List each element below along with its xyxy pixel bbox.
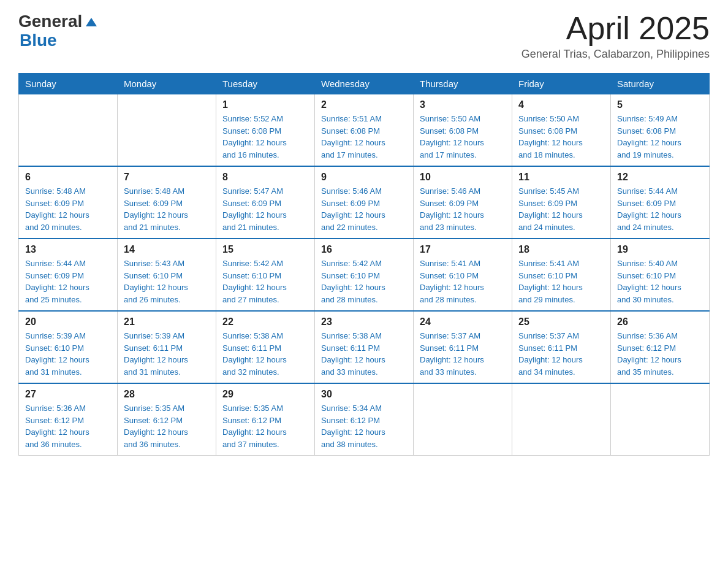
logo-blue-text: Blue bbox=[20, 31, 57, 50]
calendar-cell: 14Sunrise: 5:43 AM Sunset: 6:10 PM Dayli… bbox=[118, 239, 216, 311]
svg-marker-0 bbox=[86, 18, 97, 26]
day-number: 14 bbox=[124, 244, 210, 255]
day-number: 18 bbox=[518, 244, 604, 255]
month-title: April 2025 bbox=[521, 12, 710, 44]
day-number: 16 bbox=[321, 244, 407, 255]
calendar-cell bbox=[512, 383, 611, 456]
day-number: 21 bbox=[124, 316, 210, 327]
day-number: 29 bbox=[222, 389, 308, 400]
day-info: Sunrise: 5:35 AM Sunset: 6:12 PM Dayligh… bbox=[124, 402, 210, 450]
calendar-cell: 30Sunrise: 5:34 AM Sunset: 6:12 PM Dayli… bbox=[315, 383, 414, 456]
day-info: Sunrise: 5:39 AM Sunset: 6:11 PM Dayligh… bbox=[124, 330, 210, 378]
day-info: Sunrise: 5:49 AM Sunset: 6:08 PM Dayligh… bbox=[617, 113, 703, 161]
weekday-header-sunday: Sunday bbox=[19, 74, 118, 94]
weekday-header-wednesday: Wednesday bbox=[315, 74, 414, 94]
calendar-cell: 11Sunrise: 5:45 AM Sunset: 6:09 PM Dayli… bbox=[512, 166, 611, 239]
day-number: 11 bbox=[518, 172, 604, 183]
day-number: 6 bbox=[25, 172, 111, 183]
calendar-cell: 19Sunrise: 5:40 AM Sunset: 6:10 PM Dayli… bbox=[611, 239, 710, 311]
day-number: 28 bbox=[124, 389, 210, 400]
title-area: April 2025 General Trias, Calabarzon, Ph… bbox=[521, 12, 710, 61]
weekday-header-friday: Friday bbox=[512, 74, 611, 94]
day-number: 4 bbox=[518, 99, 604, 110]
calendar-week-row: 1Sunrise: 5:52 AM Sunset: 6:08 PM Daylig… bbox=[19, 94, 710, 167]
calendar-cell: 25Sunrise: 5:37 AM Sunset: 6:11 PM Dayli… bbox=[512, 311, 611, 383]
calendar-cell: 29Sunrise: 5:35 AM Sunset: 6:12 PM Dayli… bbox=[216, 383, 315, 456]
day-info: Sunrise: 5:37 AM Sunset: 6:11 PM Dayligh… bbox=[518, 330, 604, 378]
day-info: Sunrise: 5:50 AM Sunset: 6:08 PM Dayligh… bbox=[420, 113, 506, 161]
day-number: 17 bbox=[420, 244, 506, 255]
day-info: Sunrise: 5:42 AM Sunset: 6:10 PM Dayligh… bbox=[321, 258, 407, 305]
day-number: 13 bbox=[25, 244, 111, 255]
calendar-cell: 22Sunrise: 5:38 AM Sunset: 6:11 PM Dayli… bbox=[216, 311, 315, 383]
calendar-cell bbox=[118, 94, 216, 167]
weekday-header-row: SundayMondayTuesdayWednesdayThursdayFrid… bbox=[19, 74, 710, 94]
logo: General Blue bbox=[18, 12, 98, 50]
day-info: Sunrise: 5:44 AM Sunset: 6:09 PM Dayligh… bbox=[617, 185, 703, 233]
day-number: 1 bbox=[222, 99, 308, 110]
day-number: 23 bbox=[321, 316, 407, 327]
day-info: Sunrise: 5:35 AM Sunset: 6:12 PM Dayligh… bbox=[222, 402, 308, 450]
calendar-cell: 8Sunrise: 5:47 AM Sunset: 6:09 PM Daylig… bbox=[216, 166, 315, 239]
day-info: Sunrise: 5:46 AM Sunset: 6:09 PM Dayligh… bbox=[321, 185, 407, 233]
calendar-table: SundayMondayTuesdayWednesdayThursdayFrid… bbox=[18, 73, 710, 456]
day-number: 8 bbox=[222, 172, 308, 183]
calendar-cell: 15Sunrise: 5:42 AM Sunset: 6:10 PM Dayli… bbox=[216, 239, 315, 311]
day-info: Sunrise: 5:34 AM Sunset: 6:12 PM Dayligh… bbox=[321, 402, 407, 450]
calendar-cell: 23Sunrise: 5:38 AM Sunset: 6:11 PM Dayli… bbox=[315, 311, 414, 383]
calendar-cell: 16Sunrise: 5:42 AM Sunset: 6:10 PM Dayli… bbox=[315, 239, 414, 311]
day-info: Sunrise: 5:51 AM Sunset: 6:08 PM Dayligh… bbox=[321, 113, 407, 161]
weekday-header-thursday: Thursday bbox=[414, 74, 512, 94]
calendar-cell: 3Sunrise: 5:50 AM Sunset: 6:08 PM Daylig… bbox=[414, 94, 512, 167]
day-info: Sunrise: 5:41 AM Sunset: 6:10 PM Dayligh… bbox=[518, 258, 604, 305]
calendar-cell: 9Sunrise: 5:46 AM Sunset: 6:09 PM Daylig… bbox=[315, 166, 414, 239]
day-number: 9 bbox=[321, 172, 407, 183]
calendar-cell: 7Sunrise: 5:48 AM Sunset: 6:09 PM Daylig… bbox=[118, 166, 216, 239]
day-info: Sunrise: 5:48 AM Sunset: 6:09 PM Dayligh… bbox=[25, 185, 111, 233]
calendar-week-row: 13Sunrise: 5:44 AM Sunset: 6:09 PM Dayli… bbox=[19, 239, 710, 311]
day-info: Sunrise: 5:37 AM Sunset: 6:11 PM Dayligh… bbox=[420, 330, 506, 378]
day-number: 19 bbox=[617, 244, 703, 255]
day-number: 12 bbox=[617, 172, 703, 183]
day-number: 7 bbox=[124, 172, 210, 183]
day-info: Sunrise: 5:46 AM Sunset: 6:09 PM Dayligh… bbox=[420, 185, 506, 233]
day-info: Sunrise: 5:38 AM Sunset: 6:11 PM Dayligh… bbox=[321, 330, 407, 378]
day-number: 2 bbox=[321, 99, 407, 110]
day-number: 22 bbox=[222, 316, 308, 327]
calendar-cell: 20Sunrise: 5:39 AM Sunset: 6:10 PM Dayli… bbox=[19, 311, 118, 383]
calendar-cell: 18Sunrise: 5:41 AM Sunset: 6:10 PM Dayli… bbox=[512, 239, 611, 311]
day-number: 24 bbox=[420, 316, 506, 327]
logo-triangle-icon bbox=[85, 15, 98, 29]
weekday-header-monday: Monday bbox=[118, 74, 216, 94]
calendar-cell: 4Sunrise: 5:50 AM Sunset: 6:08 PM Daylig… bbox=[512, 94, 611, 167]
calendar-cell: 10Sunrise: 5:46 AM Sunset: 6:09 PM Dayli… bbox=[414, 166, 512, 239]
day-info: Sunrise: 5:43 AM Sunset: 6:10 PM Dayligh… bbox=[124, 258, 210, 305]
day-info: Sunrise: 5:38 AM Sunset: 6:11 PM Dayligh… bbox=[222, 330, 308, 378]
logo-general-text: General bbox=[18, 12, 82, 31]
calendar-cell: 21Sunrise: 5:39 AM Sunset: 6:11 PM Dayli… bbox=[118, 311, 216, 383]
day-info: Sunrise: 5:48 AM Sunset: 6:09 PM Dayligh… bbox=[124, 185, 210, 233]
day-number: 26 bbox=[617, 316, 703, 327]
weekday-header-saturday: Saturday bbox=[611, 74, 710, 94]
day-info: Sunrise: 5:45 AM Sunset: 6:09 PM Dayligh… bbox=[518, 185, 604, 233]
calendar-cell: 2Sunrise: 5:51 AM Sunset: 6:08 PM Daylig… bbox=[315, 94, 414, 167]
calendar-cell bbox=[19, 94, 118, 167]
calendar-week-row: 20Sunrise: 5:39 AM Sunset: 6:10 PM Dayli… bbox=[19, 311, 710, 383]
day-info: Sunrise: 5:42 AM Sunset: 6:10 PM Dayligh… bbox=[222, 258, 308, 305]
day-info: Sunrise: 5:41 AM Sunset: 6:10 PM Dayligh… bbox=[420, 258, 506, 305]
day-number: 3 bbox=[420, 99, 506, 110]
day-number: 10 bbox=[420, 172, 506, 183]
calendar-week-row: 6Sunrise: 5:48 AM Sunset: 6:09 PM Daylig… bbox=[19, 166, 710, 239]
day-info: Sunrise: 5:39 AM Sunset: 6:10 PM Dayligh… bbox=[25, 330, 111, 378]
calendar-cell: 26Sunrise: 5:36 AM Sunset: 6:12 PM Dayli… bbox=[611, 311, 710, 383]
day-info: Sunrise: 5:36 AM Sunset: 6:12 PM Dayligh… bbox=[25, 402, 111, 450]
calendar-cell: 1Sunrise: 5:52 AM Sunset: 6:08 PM Daylig… bbox=[216, 94, 315, 167]
calendar-cell: 24Sunrise: 5:37 AM Sunset: 6:11 PM Dayli… bbox=[414, 311, 512, 383]
day-info: Sunrise: 5:44 AM Sunset: 6:09 PM Dayligh… bbox=[25, 258, 111, 305]
calendar-cell: 13Sunrise: 5:44 AM Sunset: 6:09 PM Dayli… bbox=[19, 239, 118, 311]
calendar-cell: 17Sunrise: 5:41 AM Sunset: 6:10 PM Dayli… bbox=[414, 239, 512, 311]
day-number: 30 bbox=[321, 389, 407, 400]
subtitle: General Trias, Calabarzon, Philippines bbox=[521, 48, 710, 61]
day-number: 15 bbox=[222, 244, 308, 255]
calendar-cell: 28Sunrise: 5:35 AM Sunset: 6:12 PM Dayli… bbox=[118, 383, 216, 456]
